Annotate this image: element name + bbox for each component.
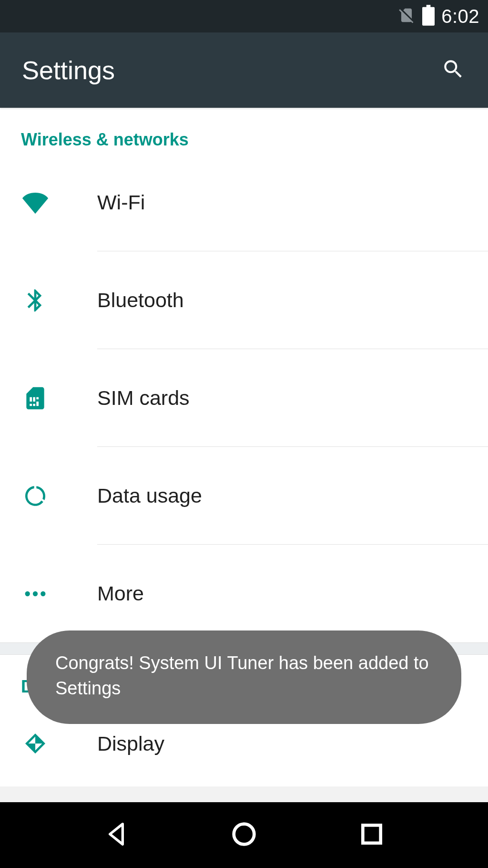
toast: Congrats! System UI Tuner has been added… [27, 630, 461, 724]
status-bar: 6:02 [0, 0, 488, 32]
svg-point-3 [234, 824, 254, 845]
back-icon [101, 819, 132, 849]
home-icon [229, 819, 259, 849]
status-icons: 6:02 [397, 5, 479, 28]
svg-point-0 [25, 591, 30, 596]
home-button[interactable] [229, 819, 259, 851]
data-usage-icon [22, 483, 97, 509]
svg-point-2 [41, 591, 45, 596]
svg-point-1 [33, 591, 38, 596]
no-sim-icon [397, 6, 416, 26]
svg-rect-4 [363, 825, 380, 843]
row-label: SIM cards [97, 349, 488, 447]
bluetooth-icon [22, 287, 97, 314]
display-icon [22, 730, 97, 757]
page-title: Settings [22, 55, 115, 85]
screen-inner: 6:02 Settings Wireless & networks [0, 0, 488, 868]
toast-text: Congrats! System UI Tuner has been added… [55, 653, 429, 698]
search-button[interactable] [441, 57, 465, 83]
row-wifi[interactable]: Wi-Fi [0, 154, 488, 251]
row-more[interactable]: More [0, 545, 488, 642]
battery-icon [422, 5, 435, 28]
row-label: Data usage [97, 447, 488, 545]
recents-icon [356, 819, 387, 849]
wifi-icon [22, 189, 97, 216]
sim-icon [22, 385, 97, 412]
back-button[interactable] [101, 819, 132, 851]
search-icon [441, 57, 465, 81]
row-sim[interactable]: SIM cards [0, 349, 488, 447]
section-wireless: Wireless & networks Wi-Fi Bluetooth [0, 108, 488, 642]
row-label: More [97, 545, 488, 642]
row-label: Bluetooth [97, 251, 488, 349]
navigation-bar [0, 802, 488, 868]
status-time: 6:02 [441, 6, 479, 27]
row-label: Wi-Fi [97, 154, 488, 251]
device-screen: 6:02 Settings Wireless & networks [0, 0, 488, 868]
row-bluetooth[interactable]: Bluetooth [0, 251, 488, 349]
row-data-usage[interactable]: Data usage [0, 447, 488, 545]
section-header-wireless: Wireless & networks [0, 108, 488, 154]
recents-button[interactable] [356, 819, 387, 851]
app-bar: Settings [0, 32, 488, 108]
more-icon [22, 580, 97, 607]
